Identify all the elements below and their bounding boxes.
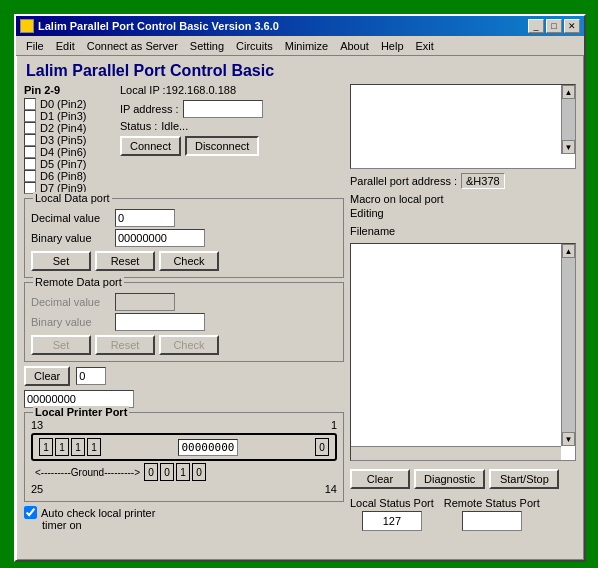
status-value: Idle... <box>161 120 188 132</box>
remote-status-input[interactable] <box>462 511 522 531</box>
titlebar: Lalim Parallel Port Control Basic Versio… <box>16 16 584 36</box>
maximize-button[interactable]: □ <box>546 19 562 33</box>
ground-row: <---------Ground---------> 0 0 1 0 <box>31 463 337 481</box>
main-window: Lalim Parallel Port Control Basic Versio… <box>14 14 586 562</box>
menu-about[interactable]: About <box>334 38 375 54</box>
autocheck-checkbox[interactable] <box>24 506 37 519</box>
parallel-port-label: Parallel port address : <box>350 175 457 187</box>
remote-status-port: Remote Status Port <box>444 497 540 531</box>
titlebar-buttons: _ □ ✕ <box>528 19 580 33</box>
local-data-port-title: Local Data port <box>33 192 112 204</box>
pin-label: Pin 2-9 <box>24 84 114 96</box>
menu-exit[interactable]: Exit <box>410 38 440 54</box>
port-bottom-numbers: 25 14 <box>31 483 337 495</box>
macro-scrollbar-h[interactable] <box>351 446 561 460</box>
macro-scrollbar-v[interactable]: ▲ ▼ <box>561 244 575 446</box>
ground-arrow: <---------Ground---------> <box>35 467 140 478</box>
filename-label: Filename <box>350 225 576 237</box>
menu-help[interactable]: Help <box>375 38 410 54</box>
data-port-buttons: Set Reset Check <box>31 251 337 271</box>
remote-data-port-group: Remote Data port Decimal value Binary va… <box>24 282 344 362</box>
ip-address-label: IP address : <box>120 103 179 115</box>
pin-d1-checkbox[interactable] <box>24 110 36 122</box>
top-area: Pin 2-9 D0 (Pin2) D1 (Pin3) D2 (Pin4) <box>24 84 344 194</box>
pin-d4-checkbox[interactable] <box>24 146 36 158</box>
pin-slot-2: 1 <box>55 438 69 456</box>
macro-scroll-down[interactable]: ▼ <box>562 432 575 446</box>
pin-d6-checkbox[interactable] <box>24 170 36 182</box>
pin-d3-label: D3 (Pin5) <box>40 134 95 146</box>
disconnect-button[interactable]: Disconnect <box>185 136 259 156</box>
pin-d5-checkbox[interactable] <box>24 158 36 170</box>
port-top-left: 13 <box>31 419 43 431</box>
ground-pin-3: 1 <box>176 463 190 481</box>
remote-decimal-input[interactable] <box>115 293 175 311</box>
window-title: Lalim Parallel Port Control Basic Versio… <box>38 20 279 32</box>
local-status-port: Local Status Port <box>350 497 434 531</box>
ground-pin-4: 0 <box>192 463 206 481</box>
remote-binary-input[interactable] <box>115 313 205 331</box>
macro-scroll-up[interactable]: ▲ <box>562 244 575 258</box>
scroll-track-top <box>562 99 575 140</box>
connect-button[interactable]: Connect <box>120 136 181 156</box>
set-button[interactable]: Set <box>31 251 91 271</box>
menubar: File Edit Connect as Server Setting Circ… <box>16 36 584 56</box>
ground-pin-2: 0 <box>160 463 174 481</box>
scroll-up-arrow[interactable]: ▲ <box>562 85 575 99</box>
start-stop-button[interactable]: Start/Stop <box>489 469 559 489</box>
parallel-port-value: &H378 <box>461 173 505 189</box>
pin-slot-3: 1 <box>71 438 85 456</box>
clear-button[interactable]: Clear <box>24 366 70 386</box>
remote-check-button[interactable]: Check <box>159 335 219 355</box>
remote-set-button[interactable]: Set <box>31 335 91 355</box>
top-scrollbar-v[interactable]: ▲ ▼ <box>561 85 575 154</box>
check-button[interactable]: Check <box>159 251 219 271</box>
close-button[interactable]: ✕ <box>564 19 580 33</box>
status-row: Status : Idle... <box>120 120 344 132</box>
menu-minimize[interactable]: Minimize <box>279 38 334 54</box>
port-top-numbers: 13 1 <box>31 419 337 431</box>
autocheck-sublabel: timer on <box>24 519 344 531</box>
decimal-input[interactable] <box>115 209 175 227</box>
pin-d5-row: D5 (Pin7) <box>24 158 114 170</box>
remote-binary-label: Binary value <box>31 316 111 328</box>
port-right-pin: 0 <box>315 438 329 456</box>
pin-slot-4: 1 <box>87 438 101 456</box>
diagnostic-button[interactable]: Diagnostic <box>414 469 485 489</box>
scroll-down-arrow[interactable]: ▼ <box>562 140 575 154</box>
menu-circuits[interactable]: Circuits <box>230 38 279 54</box>
pin-d4-label: D4 (Pin6) <box>40 146 95 158</box>
pin-d3-row: D3 (Pin5) <box>24 134 114 146</box>
minimize-button[interactable]: _ <box>528 19 544 33</box>
pin-d2-checkbox[interactable] <box>24 122 36 134</box>
right-clear-button[interactable]: Clear <box>350 469 410 489</box>
pin-d5-label: D5 (Pin7) <box>40 158 95 170</box>
clear-row: Clear <box>24 366 344 386</box>
binary-input[interactable] <box>115 229 205 247</box>
menu-file[interactable]: File <box>20 38 50 54</box>
ip-address-input[interactable] <box>183 100 263 118</box>
pin-d4-row: D4 (Pin6) <box>24 146 114 158</box>
pin-d1-row: D1 (Pin3) <box>24 110 114 122</box>
ground-pin-1: 0 <box>144 463 158 481</box>
status-label: Status : <box>120 120 157 132</box>
ground-pins: 0 0 1 0 <box>144 463 206 481</box>
autocheck-row: Auto check local printer <box>24 506 344 519</box>
reset-button[interactable]: Reset <box>95 251 155 271</box>
pin-d3-checkbox[interactable] <box>24 134 36 146</box>
remote-data-port-title: Remote Data port <box>33 276 124 288</box>
pin-d0-checkbox[interactable] <box>24 98 36 110</box>
port-bottom-right: 14 <box>325 483 337 495</box>
menu-connect-server[interactable]: Connect as Server <box>81 38 184 54</box>
small-value-input[interactable] <box>76 367 106 385</box>
menu-setting[interactable]: Setting <box>184 38 230 54</box>
local-status-input[interactable] <box>362 511 422 531</box>
remote-reset-button[interactable]: Reset <box>95 335 155 355</box>
autocheck-label: Auto check local printer <box>41 507 155 519</box>
menu-edit[interactable]: Edit <box>50 38 81 54</box>
local-data-port-group: Local Data port Decimal value Binary val… <box>24 198 344 278</box>
parallel-port-row: Parallel port address : &H378 <box>350 173 576 189</box>
remote-port-buttons: Set Reset Check <box>31 335 337 355</box>
ip-address-row: IP address : <box>120 100 344 118</box>
remote-decimal-row: Decimal value <box>31 293 337 311</box>
